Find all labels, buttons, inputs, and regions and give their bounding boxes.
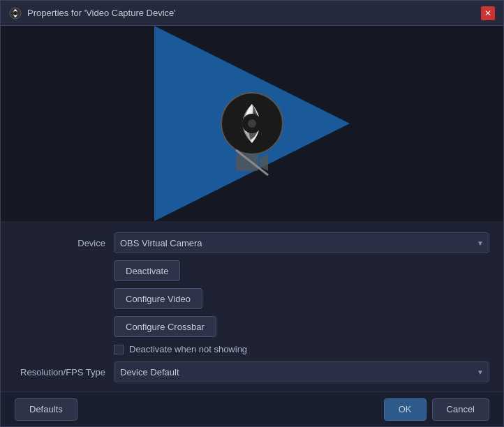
defaults-button[interactable]: Defaults <box>15 398 77 421</box>
deactivate-button[interactable]: Deactivate <box>114 260 180 281</box>
cancel-button[interactable]: Cancel <box>432 398 489 421</box>
configure-crossbar-button[interactable]: Configure Crossbar <box>114 316 216 337</box>
device-select-wrapper: OBS Virtual Camera ▼ <box>114 232 489 253</box>
device-select[interactable]: OBS Virtual Camera <box>114 232 489 253</box>
camera-off-icon <box>235 149 269 179</box>
device-label: Device <box>15 238 105 248</box>
device-row: Device OBS Virtual Camera ▼ <box>15 232 489 253</box>
content-area: Device OBS Virtual Camera ▼ Deactivate C… <box>1 221 503 391</box>
configure-crossbar-row: Configure Crossbar <box>114 316 489 337</box>
ok-button[interactable]: OK <box>384 398 427 421</box>
deactivate-when-not-showing-checkbox[interactable] <box>114 345 124 354</box>
svg-rect-5 <box>236 154 258 171</box>
close-button[interactable]: ✕ <box>481 6 495 20</box>
svg-point-1 <box>13 11 17 15</box>
properties-dialog: Properties for 'Video Capture Device' ✕ <box>0 0 504 427</box>
footer: Defaults OK Cancel <box>1 391 503 426</box>
obs-logo <box>221 92 283 155</box>
configure-video-row: Configure Video <box>114 288 489 309</box>
resolution-fps-select[interactable]: Device Default <box>114 361 489 382</box>
title-bar: Properties for 'Video Capture Device' ✕ <box>1 1 503 26</box>
resolution-fps-label: Resolution/FPS Type <box>15 367 105 377</box>
deactivate-checkbox-row: Deactivate when not showing <box>114 344 489 354</box>
deactivate-row: Deactivate <box>114 260 489 281</box>
resolution-fps-select-wrapper: Device Default ▼ <box>114 361 489 382</box>
footer-left: Defaults <box>15 398 77 421</box>
resolution-fps-row: Resolution/FPS Type Device Default ▼ <box>15 361 489 382</box>
obs-icon <box>9 7 22 20</box>
footer-right: OK Cancel <box>384 398 489 421</box>
deactivate-checkbox-label: Deactivate when not showing <box>129 344 247 354</box>
preview-area <box>1 26 503 221</box>
dialog-title: Properties for 'Video Capture Device' <box>27 8 176 18</box>
configure-video-button[interactable]: Configure Video <box>114 288 202 309</box>
svg-point-4 <box>248 119 256 128</box>
